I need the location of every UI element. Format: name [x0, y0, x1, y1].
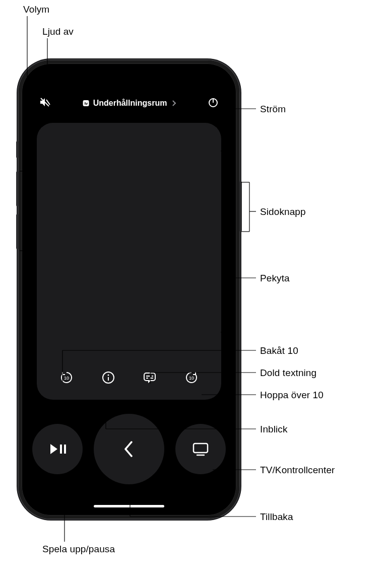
touch-surface[interactable]: 10	[37, 123, 221, 400]
label-play-pause: Spela upp/pausa	[42, 544, 115, 555]
label-mute: Ljud av	[42, 26, 74, 37]
tv-icon	[191, 442, 210, 457]
forward-10-button[interactable]: 10	[181, 368, 202, 388]
svg-text:10: 10	[189, 376, 194, 381]
label-side-button: Sidoknapp	[260, 206, 306, 217]
back-button[interactable]	[94, 414, 164, 484]
back-10-button[interactable]: 10	[56, 368, 77, 388]
label-tv-cc: TV/Kontrollcenter	[260, 465, 335, 476]
svg-rect-16	[64, 445, 66, 454]
side-button-hardware[interactable]	[239, 181, 242, 232]
room-selector[interactable]: tv Underhållningsrum	[83, 99, 175, 108]
captions-icon	[142, 371, 157, 385]
chevron-left-icon	[121, 439, 137, 459]
svg-text:10: 10	[64, 376, 69, 381]
surface-button-row: 10	[37, 368, 221, 388]
back-10-icon: 10	[59, 370, 74, 385]
info-button[interactable]	[98, 368, 118, 388]
volume-up-hardware[interactable]	[16, 171, 19, 206]
label-power: Ström	[260, 104, 286, 115]
svg-point-7	[107, 375, 109, 376]
label-captions: Dold textning	[260, 368, 316, 379]
label-skip-10: Hoppa över 10	[260, 390, 324, 401]
label-insight: Inblick	[260, 424, 288, 435]
screen: tv Underhållningsrum	[25, 66, 233, 512]
label-back: Tillbaka	[260, 511, 293, 523]
info-icon	[101, 371, 115, 385]
bottom-controls	[25, 409, 233, 489]
captions-button[interactable]	[140, 368, 160, 388]
volume-down-hardware[interactable]	[16, 214, 19, 249]
svg-rect-9	[144, 373, 155, 381]
play-pause-button[interactable]	[32, 424, 83, 474]
remote-header: tv Underhållningsrum	[25, 92, 233, 115]
room-name-label: Underhållningsrum	[93, 99, 167, 108]
power-button[interactable]	[207, 96, 219, 110]
label-touch-surface: Pekyta	[260, 273, 290, 284]
label-volume: Volym	[23, 4, 49, 15]
play-pause-icon	[47, 442, 68, 456]
svg-rect-17	[194, 444, 208, 453]
svg-rect-15	[60, 445, 62, 454]
label-back-10: Bakåt 10	[260, 345, 298, 356]
mute-icon	[39, 96, 51, 108]
iphone-frame: tv Underhållningsrum	[19, 60, 239, 519]
home-indicator[interactable]	[94, 505, 164, 507]
power-icon	[207, 96, 219, 108]
tv-control-center-button[interactable]	[175, 424, 226, 474]
mute-button[interactable]	[39, 96, 51, 110]
forward-10-icon: 10	[184, 370, 199, 385]
apple-tv-badge: tv	[83, 100, 89, 106]
chevron-right-icon	[170, 100, 176, 106]
silence-switch-hardware[interactable]	[16, 141, 19, 158]
